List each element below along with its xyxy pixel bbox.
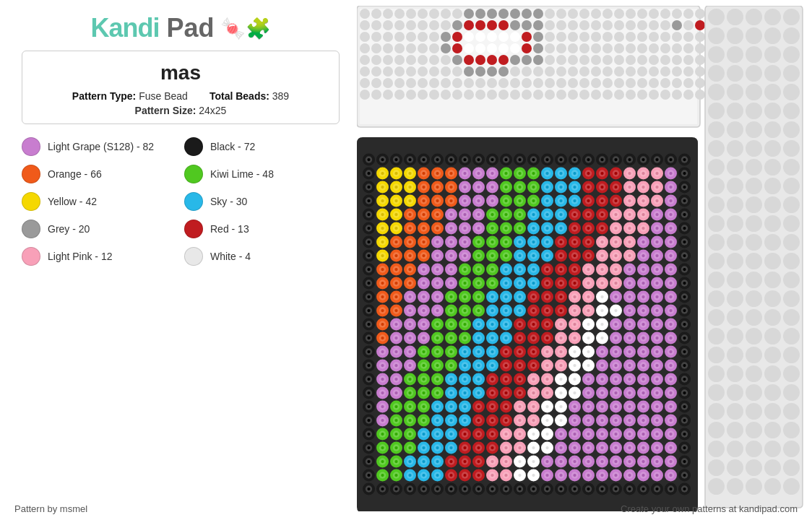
color-label: Kiwi Lime - 48 <box>210 168 274 180</box>
color-label: Light Pink - 12 <box>48 251 113 262</box>
color-label: Black - 72 <box>210 141 255 152</box>
pattern-size: Pattern Size: 24x25 <box>135 105 227 116</box>
color-label: Red - 13 <box>210 223 249 235</box>
legend-item: Orange - 66 <box>22 165 177 183</box>
logo-area: Kandi Pad 🍬🧩 <box>7 0 354 51</box>
bead-canvas <box>357 6 805 511</box>
color-swatch <box>22 165 40 183</box>
pattern-title: mas <box>37 61 324 84</box>
color-label: Grey - 20 <box>48 223 90 235</box>
color-legend: Light Grape (S128) - 82Black - 72Orange … <box>22 137 340 266</box>
legend-item: Red - 13 <box>184 220 340 238</box>
footer: Pattern by msmel Create your own pattern… <box>0 503 812 514</box>
total-beads: Total Beads: 389 <box>210 90 289 102</box>
color-label: Sky - 30 <box>210 196 247 207</box>
color-label: Orange - 66 <box>48 168 102 180</box>
legend-item: Yellow - 42 <box>22 192 177 211</box>
color-swatch <box>184 137 203 156</box>
color-label: Yellow - 42 <box>48 196 97 207</box>
logo-kandi: Kandi <box>90 13 159 43</box>
footer-right: Create your own patterns at kandipad.com <box>621 503 798 514</box>
info-card: mas Pattern Type: Fuse Bead Total Beads:… <box>22 51 340 124</box>
right-panel <box>357 6 805 511</box>
color-swatch <box>184 247 203 266</box>
legend-item: Kiwi Lime - 48 <box>184 165 340 183</box>
color-swatch <box>22 192 40 211</box>
footer-left: Pattern by msmel <box>14 503 87 514</box>
legend-item: Light Pink - 12 <box>22 247 177 266</box>
color-swatch <box>184 220 203 238</box>
legend-item: Light Grape (S128) - 82 <box>22 137 177 156</box>
legend-item: Grey - 20 <box>22 220 177 238</box>
legend-item: White - 4 <box>184 247 340 266</box>
color-label: Light Grape (S128) - 82 <box>48 141 154 152</box>
legend-item: Black - 72 <box>184 137 340 156</box>
logo-space <box>159 13 166 43</box>
color-swatch <box>184 165 203 183</box>
color-swatch <box>184 192 203 211</box>
color-swatch <box>22 247 40 266</box>
legend-item: Sky - 30 <box>184 192 340 211</box>
pattern-type: Pattern Type: Fuse Bead <box>72 90 188 102</box>
logo-pad: Pad <box>167 13 215 43</box>
logo-emoji: 🍬🧩 <box>220 17 271 40</box>
color-label: White - 4 <box>210 251 251 262</box>
left-panel: Kandi Pad 🍬🧩 mas Pattern Type: Fuse Bead… <box>0 0 354 520</box>
color-swatch <box>22 220 40 238</box>
color-swatch <box>22 137 40 156</box>
